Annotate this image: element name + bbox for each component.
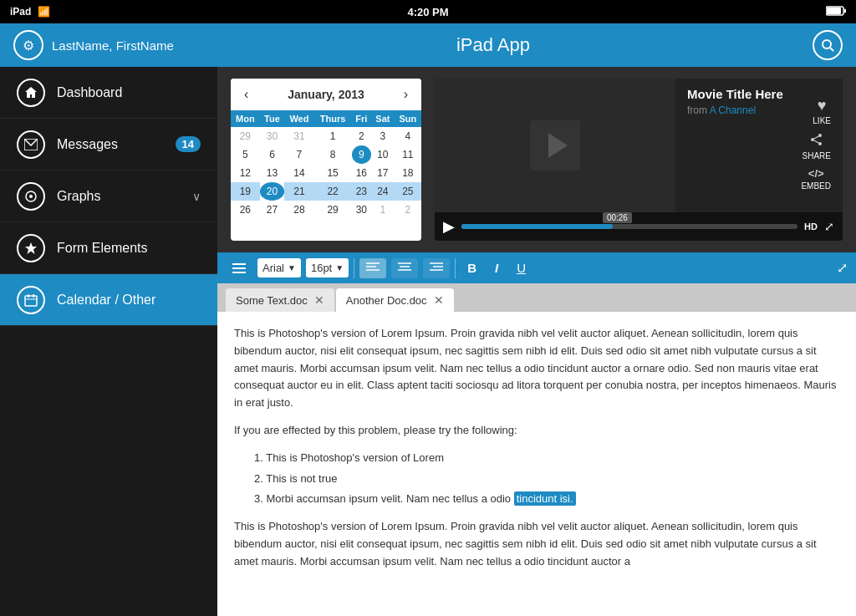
svg-point-7: [29, 195, 33, 198]
calendar-day[interactable]: 8: [314, 145, 352, 164]
editor-section: Arial ▼ 16pt ▼: [217, 252, 856, 616]
italic-button[interactable]: I: [488, 257, 505, 278]
svg-marker-8: [25, 242, 37, 254]
tab-label-2: Another Doc.doc: [346, 294, 427, 307]
bold-button[interactable]: B: [461, 257, 483, 278]
calendar-prev-button[interactable]: ‹: [239, 85, 253, 104]
like-button[interactable]: ♥ LIKE: [813, 97, 831, 125]
toolbar-divider-2: [455, 258, 456, 278]
tab-some-text[interactable]: Some Text.doc ✕: [226, 288, 334, 312]
fullscreen-button[interactable]: ⤢: [824, 220, 834, 233]
day-header-sun: Sun: [395, 110, 421, 127]
calendar-day[interactable]: 14: [284, 164, 313, 182]
sidebar-item-calendar-other[interactable]: Calendar / Other: [0, 274, 217, 326]
calendar-day[interactable]: 18: [395, 164, 421, 182]
calendar-day[interactable]: 29: [314, 201, 352, 219]
calendar-day[interactable]: 2: [352, 127, 372, 145]
calendar-day[interactable]: 31: [284, 127, 313, 145]
calendar-day[interactable]: 30: [352, 201, 372, 219]
calendar-day[interactable]: 28: [284, 201, 313, 219]
mail-icon: [17, 130, 45, 159]
hamburger-menu-button[interactable]: [226, 259, 252, 277]
calendar-day[interactable]: 4: [395, 127, 421, 145]
time-badge: 00:26: [603, 212, 632, 223]
content-prompt: If you are effected by this problem, ple…: [234, 422, 839, 440]
calendar-day[interactable]: 29: [231, 127, 260, 145]
expand-editor-button[interactable]: ⤢: [837, 260, 848, 276]
calendar-day[interactable]: 30: [260, 127, 285, 145]
tab-close-1[interactable]: ✕: [314, 293, 324, 307]
calendar-icon: [17, 286, 45, 314]
tab-close-2[interactable]: ✕: [434, 293, 444, 307]
calendar-day[interactable]: 9: [352, 145, 372, 164]
calendar-day[interactable]: 26: [231, 201, 260, 219]
hd-badge: HD: [804, 221, 818, 232]
list-item-2: 2. This is not true: [254, 471, 839, 488]
underline-button[interactable]: U: [510, 257, 532, 278]
calendar-day[interactable]: 20: [260, 182, 285, 201]
video-progress[interactable]: 00:26: [461, 224, 797, 229]
status-bar-left: iPad 📶: [10, 6, 50, 18]
settings-button[interactable]: ⚙: [13, 30, 43, 60]
align-left-button[interactable]: [359, 258, 386, 278]
video-from: from A Channel: [687, 104, 783, 116]
align-right-button[interactable]: [423, 258, 450, 278]
size-dropdown-arrow: ▼: [335, 263, 344, 272]
video-title: Movie Title Here: [687, 87, 783, 101]
editor-toolbar: Arial ▼ 16pt ▼: [217, 252, 856, 283]
toolbar-divider-1: [354, 258, 354, 278]
font-family-select[interactable]: Arial ▼: [257, 258, 301, 277]
sidebar-item-form-elements[interactable]: Form Elements: [0, 222, 217, 274]
search-button[interactable]: [813, 30, 843, 60]
calendar-other-label: Calendar / Other: [57, 293, 201, 308]
app-header: ⚙ LastName, FirstName iPad App: [0, 23, 856, 67]
calendar-day[interactable]: 23: [352, 182, 372, 201]
share-button[interactable]: SHARE: [802, 132, 831, 160]
sidebar-item-messages[interactable]: Messages 14: [0, 119, 217, 171]
calendar-day[interactable]: 24: [371, 182, 395, 201]
editor-content[interactable]: This is Photoshop's version of Lorem Ips…: [217, 312, 856, 616]
tab-another-doc[interactable]: Another Doc.doc ✕: [336, 288, 454, 312]
calendar-day[interactable]: 19: [231, 182, 260, 201]
calendar-next-button[interactable]: ›: [399, 85, 413, 104]
calendar-day[interactable]: 12: [231, 164, 260, 182]
calendar-day[interactable]: 16: [352, 164, 372, 182]
sidebar-item-dashboard[interactable]: Dashboard: [0, 67, 217, 119]
calendar-day[interactable]: 1: [371, 201, 395, 219]
messages-label: Messages: [57, 137, 176, 152]
top-content: ‹ January, 2013 › Mon Tue Wed Thurs Fri …: [217, 67, 856, 252]
play-button[interactable]: ▶: [443, 217, 455, 236]
calendar-day[interactable]: 27: [260, 201, 285, 219]
list-item-1: 1. This is Photoshop's version of Lorem: [254, 450, 839, 467]
calendar-day[interactable]: 3: [371, 127, 395, 145]
calendar-day[interactable]: 6: [260, 145, 285, 164]
calendar-day[interactable]: 7: [284, 145, 313, 164]
calendar-day[interactable]: 1: [314, 127, 352, 145]
calendar-day[interactable]: 25: [395, 182, 421, 201]
day-header-wed: Wed: [284, 110, 313, 127]
video-channel[interactable]: A Channel: [710, 104, 756, 116]
messages-badge: 14: [176, 136, 201, 152]
sidebar-item-graphs[interactable]: Graphs ∨: [0, 171, 217, 222]
list-item-3: 3. Morbi accumsan ipsum velit. Nam nec t…: [254, 491, 839, 508]
svg-rect-9: [25, 296, 37, 306]
calendar-day[interactable]: 15: [314, 164, 352, 182]
svg-line-4: [830, 48, 833, 51]
font-size-select[interactable]: 16pt ▼: [306, 258, 349, 277]
svg-rect-1: [827, 8, 841, 14]
calendar-day[interactable]: 11: [395, 145, 421, 164]
calendar-day[interactable]: 5: [231, 145, 260, 164]
calendar-day[interactable]: 10: [371, 145, 395, 164]
align-center-button[interactable]: [391, 258, 418, 278]
calendar-day[interactable]: 17: [371, 164, 395, 182]
svg-rect-2: [844, 8, 846, 13]
calendar-day[interactable]: 21: [284, 182, 313, 201]
calendar-day[interactable]: 22: [314, 182, 352, 201]
time-display: 4:20 PM: [407, 6, 448, 18]
font-dropdown-arrow: ▼: [288, 263, 296, 272]
embed-button[interactable]: </> EMBED: [801, 167, 831, 191]
dashboard-label: Dashboard: [57, 85, 201, 100]
calendar-day[interactable]: 13: [260, 164, 285, 182]
calendar-day[interactable]: 2: [395, 201, 421, 219]
star-icon: [17, 234, 45, 262]
